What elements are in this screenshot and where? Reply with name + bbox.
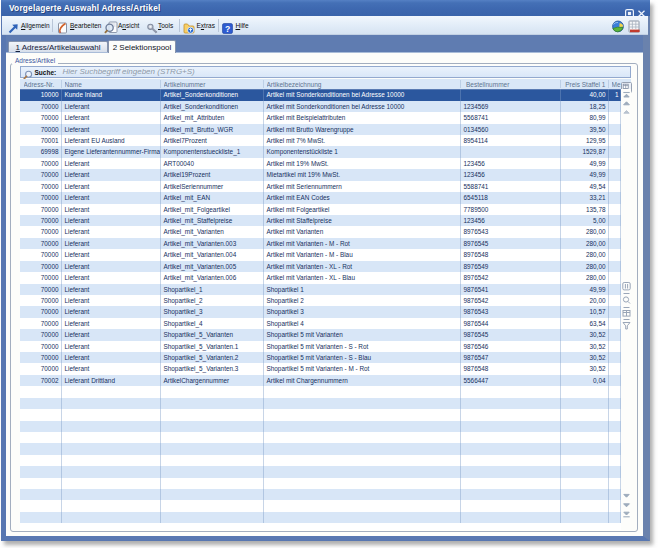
- svg-text:?: ?: [225, 24, 230, 34]
